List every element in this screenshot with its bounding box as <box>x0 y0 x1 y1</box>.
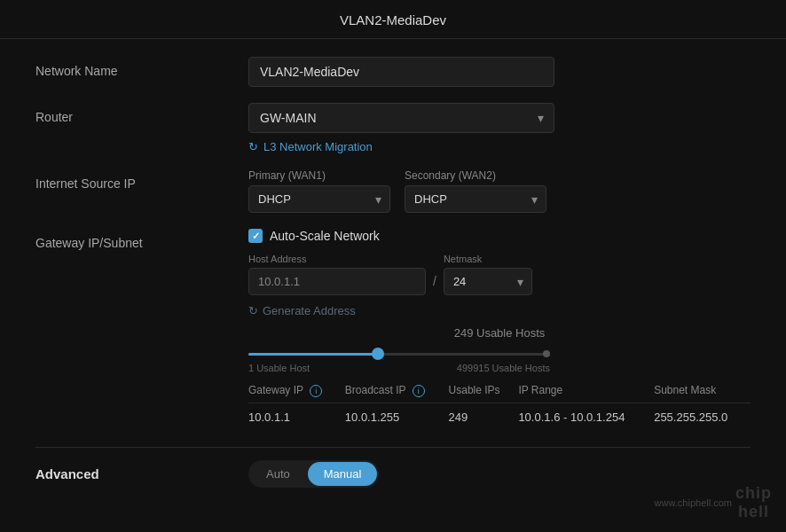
slider-end-dot <box>543 350 550 357</box>
secondary-label: Secondary (WAN2) <box>405 169 546 182</box>
gateway-ip-info-icon[interactable]: i <box>310 385 322 397</box>
col-broadcast-ip: Broadcast IP i <box>345 379 449 403</box>
col-gateway-ip: Gateway IP i <box>248 379 345 403</box>
gateway-ip-cell: 10.0.1.1 <box>248 403 345 431</box>
broadcast-ip-cell: 10.0.1.255 <box>345 403 449 431</box>
netmask-wrapper: 24 16 8 <box>444 268 532 295</box>
host-group: Host Address <box>248 254 426 295</box>
watermark-url: www.chiphell.com <box>655 497 732 508</box>
network-name-input[interactable] <box>248 57 554 87</box>
generate-address-link[interactable]: ↻ Generate Address <box>248 304 751 317</box>
slider-max-label: 499915 Usable Hosts <box>457 363 550 373</box>
auto-button[interactable]: Auto <box>250 462 306 486</box>
slider-container <box>248 345 550 363</box>
watermark-logo: chip hell <box>735 484 772 521</box>
ip-range-cell: 10.0.1.6 - 10.0.1.254 <box>518 403 654 431</box>
generate-refresh-icon: ↻ <box>248 304 258 317</box>
usable-ips-cell: 249 <box>449 403 519 431</box>
slider-section: 249 Usable Hosts 1 Usable Host 499915 Us… <box>248 326 751 373</box>
l3-migration-link[interactable]: ↻ L3 Network Migration <box>248 140 751 153</box>
network-table: Gateway IP i Broadcast IP i Usable IPs I… <box>248 379 751 431</box>
slash-divider: / <box>433 274 436 295</box>
col-usable-ips: Usable IPs <box>449 379 519 403</box>
dual-selects: Primary (WAN1) DHCP Static Secondary (WA… <box>248 169 751 213</box>
logo-bottom: hell <box>738 503 769 521</box>
primary-select[interactable]: DHCP Static <box>248 185 390 213</box>
col-subnet-mask: Subnet Mask <box>654 379 751 403</box>
slider-min-label: 1 Usable Host <box>248 363 310 373</box>
primary-label: Primary (WAN1) <box>248 169 390 182</box>
network-name-label: Network Name <box>35 57 248 78</box>
router-select-wrapper: GW-MAIN GW-BACKUP <box>248 103 554 133</box>
internet-source-row: Internet Source IP Primary (WAN1) DHCP S… <box>35 169 751 213</box>
toggle-buttons: Auto Manual <box>248 460 379 488</box>
secondary-select[interactable]: DHCP Static <box>405 185 546 213</box>
netmask-group: Netmask 24 16 8 <box>444 254 532 295</box>
manual-button[interactable]: Manual <box>308 462 378 486</box>
table-row: 10.0.1.1 10.0.1.255 249 10.0.1.6 - 10.0.… <box>248 403 751 431</box>
network-name-row: Network Name <box>35 57 751 87</box>
gateway-subnet-label: Gateway IP/Subnet <box>35 229 248 250</box>
broadcast-ip-info-icon[interactable]: i <box>413 385 425 397</box>
slider-labels: 1 Usable Host 499915 Usable Hosts <box>248 363 550 373</box>
subnet-mask-cell: 255.255.255.0 <box>654 403 751 431</box>
auto-scale-checkbox[interactable] <box>248 229 263 243</box>
slider-fill <box>248 353 384 356</box>
netmask-select[interactable]: 24 16 8 <box>444 268 532 295</box>
host-netmask-row: Host Address / Netmask 24 16 8 <box>248 254 751 295</box>
advanced-label: Advanced <box>35 466 248 481</box>
logo-top: chip <box>735 484 772 503</box>
secondary-group: Secondary (WAN2) DHCP Static <box>405 169 546 213</box>
col-ip-range: IP Range <box>518 379 654 403</box>
slider-thumb[interactable] <box>372 348 384 360</box>
generate-address-label: Generate Address <box>263 304 356 317</box>
secondary-select-wrapper: DHCP Static <box>405 185 546 213</box>
auto-scale-row: Auto-Scale Network <box>248 229 751 243</box>
router-select[interactable]: GW-MAIN GW-BACKUP <box>248 103 554 133</box>
primary-group: Primary (WAN1) DHCP Static <box>248 169 390 213</box>
primary-select-wrapper: DHCP Static <box>248 185 390 213</box>
l3-refresh-icon: ↻ <box>248 140 258 153</box>
watermark: www.chiphell.com chip hell <box>655 484 772 521</box>
router-row: Router GW-MAIN GW-BACKUP ↻ L3 Network Mi… <box>35 103 751 153</box>
auto-scale-label: Auto-Scale Network <box>270 229 380 243</box>
router-label: Router <box>35 103 248 124</box>
host-address-label: Host Address <box>248 254 426 264</box>
gateway-subnet-row: Gateway IP/Subnet Auto-Scale Network Hos… <box>35 229 751 431</box>
internet-source-label: Internet Source IP <box>35 169 248 191</box>
slider-track <box>248 353 550 356</box>
page-title: VLAN2-MediaDev <box>0 0 786 39</box>
netmask-label: Netmask <box>444 254 532 264</box>
usable-hosts-label: 249 Usable Hosts <box>248 326 751 340</box>
advanced-row: Advanced Auto Manual <box>35 447 751 488</box>
table-header-row: Gateway IP i Broadcast IP i Usable IPs I… <box>248 379 751 403</box>
host-address-input[interactable] <box>248 268 426 295</box>
l3-migration-label: L3 Network Migration <box>263 140 373 153</box>
